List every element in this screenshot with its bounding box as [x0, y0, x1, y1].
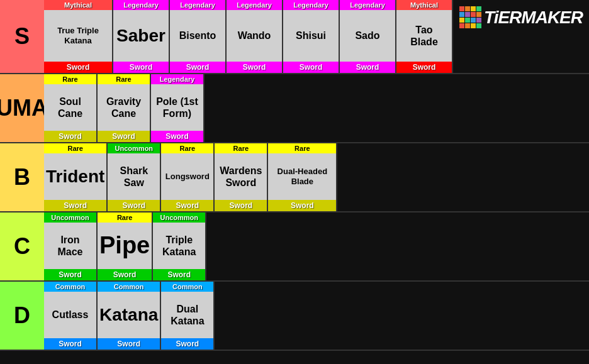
- item-type-badge: Sword: [44, 131, 96, 142]
- logo-color-cell: [465, 23, 470, 28]
- item-name: Wando: [227, 10, 282, 62]
- item-type-badge: Sword: [340, 62, 395, 73]
- item-name: Shark Saw: [108, 153, 160, 200]
- empty-area: [215, 282, 589, 350]
- item-name: Saber: [113, 10, 169, 62]
- list-item[interactable]: CommonCutlassSword: [44, 282, 98, 350]
- tier-items-c: UncommonIron MaceSwordRarePipeSwordUncom…: [44, 212, 589, 280]
- item-type-badge: Sword: [283, 62, 339, 73]
- item-type-badge: Sword: [151, 131, 203, 142]
- item-name: Sado: [340, 10, 395, 62]
- tier-row-d: DCommonCutlassSwordCommonKatanaSwordComm…: [0, 282, 589, 351]
- item-type-badge: Sword: [98, 131, 150, 142]
- item-type-badge: Sword: [170, 62, 225, 73]
- list-item[interactable]: CommonKatanaSword: [98, 282, 161, 350]
- list-item[interactable]: LegendarySaberSword: [113, 0, 170, 73]
- item-type-badge: Sword: [44, 62, 112, 73]
- list-item[interactable]: RareTridentSword: [44, 143, 108, 211]
- item-name: Iron Mace: [44, 223, 96, 269]
- logo-color-cell: [471, 23, 476, 28]
- item-name: Cutlass: [44, 292, 96, 338]
- logo-color-cell: [476, 6, 481, 11]
- item-type-badge: Sword: [108, 200, 160, 211]
- list-item[interactable]: UncommonTriple KatanaSword: [153, 212, 206, 280]
- item-type-badge: Sword: [98, 269, 152, 280]
- item-name: Pole (1st Form): [151, 84, 203, 131]
- item-rarity-badge: Uncommon: [44, 212, 96, 223]
- item-name: Bisento: [170, 10, 225, 62]
- list-item[interactable]: LegendaryBisentoSword: [170, 0, 227, 73]
- logo-color-cell: [465, 6, 470, 11]
- tier-label-uma: UMA: [0, 74, 44, 142]
- item-rarity-badge: Mythical: [44, 0, 112, 10]
- logo-color-cell: [476, 18, 481, 23]
- item-rarity-badge: Legendary: [227, 0, 282, 10]
- list-item[interactable]: RarePipeSword: [98, 212, 153, 280]
- item-rarity-badge: Common: [98, 282, 160, 292]
- list-item[interactable]: RareGravity CaneSword: [98, 74, 151, 142]
- item-name: Triple Katana: [153, 223, 205, 269]
- tier-items-d: CommonCutlassSwordCommonKatanaSwordCommo…: [44, 282, 589, 350]
- item-rarity-badge: Common: [44, 282, 96, 292]
- empty-area: [337, 143, 589, 211]
- list-item[interactable]: LegendaryPole (1st Form)Sword: [151, 74, 205, 142]
- tier-row-c: CUncommonIron MaceSwordRarePipeSwordUnco…: [0, 212, 589, 282]
- logo-color-cell: [459, 18, 464, 23]
- item-rarity-badge: Legendary: [340, 0, 395, 10]
- empty-area: [205, 74, 589, 142]
- logo-color-cell: [465, 12, 470, 17]
- item-name: Gravity Cane: [98, 84, 150, 131]
- list-item[interactable]: CommonDual KatanaSword: [161, 282, 215, 350]
- tier-label-b: B: [0, 143, 44, 211]
- item-rarity-badge: Legendary: [170, 0, 225, 10]
- logo-grid-icon: [459, 6, 481, 28]
- item-type-badge: Sword: [44, 338, 96, 350]
- logo-color-cell: [465, 18, 470, 23]
- logo-text: TiERMAKER: [484, 8, 583, 28]
- tier-label-d: D: [0, 282, 44, 350]
- item-type-badge: Sword: [44, 200, 106, 211]
- item-rarity-badge: Rare: [161, 143, 213, 153]
- empty-area: [206, 212, 589, 280]
- logo-color-cell: [476, 12, 481, 17]
- list-item[interactable]: RareDual-Headed BladeSword: [268, 143, 337, 211]
- item-rarity-badge: Rare: [98, 74, 150, 84]
- list-item[interactable]: LegendaryShisuiSword: [283, 0, 340, 73]
- list-item[interactable]: MythicalTao BladeSword: [396, 0, 453, 73]
- item-type-badge: Sword: [161, 200, 213, 211]
- item-type-badge: Sword: [113, 62, 169, 73]
- item-type-badge: Sword: [153, 269, 205, 280]
- item-type-badge: Sword: [227, 62, 282, 73]
- item-rarity-badge: Legendary: [113, 0, 169, 10]
- logo-color-cell: [471, 6, 476, 11]
- item-type-badge: Sword: [98, 338, 160, 350]
- logo-color-cell: [459, 6, 464, 11]
- list-item[interactable]: LegendaryWandoSword: [227, 0, 283, 73]
- item-name: Shisui: [283, 10, 339, 62]
- tier-row-b: BRareTridentSwordUncommonShark SawSwordR…: [0, 143, 589, 212]
- item-type-badge: Sword: [396, 62, 452, 73]
- tiermaker-logo: TiERMAKER: [459, 6, 583, 28]
- tier-items-uma: RareSoul CaneSwordRareGravity CaneSwordL…: [44, 74, 589, 142]
- logo-color-cell: [459, 12, 464, 17]
- item-type-badge: Sword: [161, 338, 213, 350]
- item-name: Katana: [98, 292, 160, 338]
- list-item[interactable]: MythicalTrue Triple KatanaSword: [44, 0, 113, 73]
- list-item[interactable]: LegendarySadoSword: [340, 0, 396, 73]
- item-name: Tao Blade: [396, 10, 452, 62]
- item-type-badge: Sword: [44, 269, 96, 280]
- item-rarity-badge: Rare: [98, 212, 152, 223]
- tier-row-uma: UMARareSoul CaneSwordRareGravity CaneSwo…: [0, 74, 589, 143]
- item-rarity-badge: Mythical: [396, 0, 452, 10]
- item-type-badge: Sword: [268, 200, 336, 211]
- list-item[interactable]: RareLongswordSword: [161, 143, 215, 211]
- list-item[interactable]: RareSoul CaneSword: [44, 74, 98, 142]
- item-name: Soul Cane: [44, 84, 96, 131]
- item-rarity-badge: Legendary: [283, 0, 339, 10]
- item-rarity-badge: Common: [161, 282, 213, 292]
- list-item[interactable]: UncommonIron MaceSword: [44, 212, 98, 280]
- item-name: Pipe: [98, 223, 152, 269]
- logo-color-cell: [459, 23, 464, 28]
- list-item[interactable]: RareWardens SwordSword: [215, 143, 268, 211]
- list-item[interactable]: UncommonShark SawSword: [108, 143, 161, 211]
